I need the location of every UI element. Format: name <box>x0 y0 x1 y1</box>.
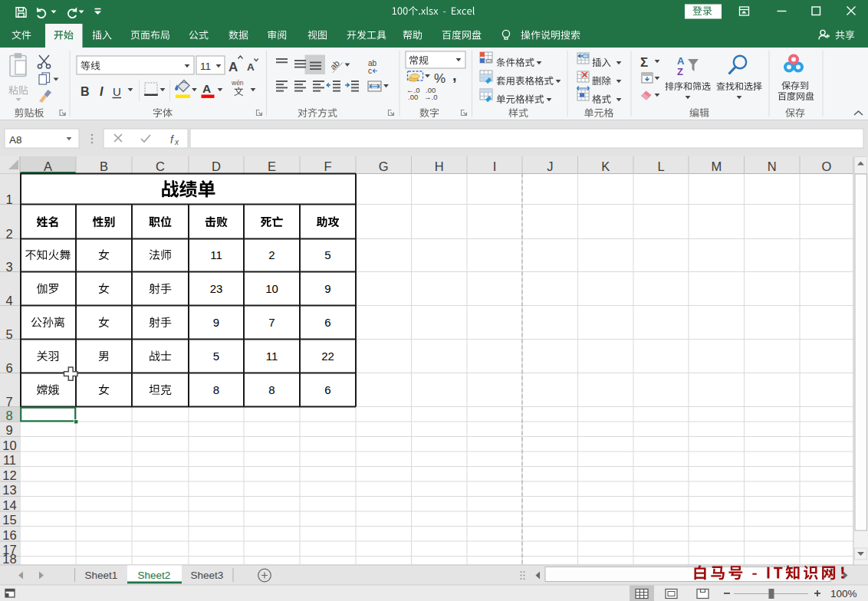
svg-text:9: 9 <box>213 316 219 329</box>
svg-text:5: 5 <box>213 350 219 363</box>
svg-text:A: A <box>44 159 52 173</box>
svg-text:D: D <box>212 159 221 173</box>
svg-text:N: N <box>768 159 777 173</box>
svg-text:A: A <box>677 55 685 67</box>
svg-text:C: C <box>156 159 165 173</box>
svg-text:J: J <box>547 159 553 173</box>
svg-text:12: 12 <box>2 468 16 482</box>
svg-text:23: 23 <box>210 282 223 295</box>
svg-text:3: 3 <box>5 260 12 274</box>
svg-text:F: F <box>324 159 331 173</box>
svg-text:8: 8 <box>268 383 275 396</box>
svg-text:9: 9 <box>5 423 12 437</box>
svg-text:L: L <box>657 159 664 173</box>
svg-text:7: 7 <box>5 395 12 409</box>
svg-text:11: 11 <box>200 61 211 72</box>
svg-text:2: 2 <box>5 227 12 241</box>
svg-text:2: 2 <box>268 248 275 261</box>
svg-text:5: 5 <box>5 327 12 341</box>
svg-text:11: 11 <box>210 248 222 261</box>
svg-text:B: B <box>81 85 90 98</box>
svg-text:4: 4 <box>5 294 12 307</box>
svg-text:14: 14 <box>2 498 16 512</box>
svg-text:Σ: Σ <box>640 55 648 70</box>
svg-text:Sheet3: Sheet3 <box>191 570 224 581</box>
svg-text:11: 11 <box>3 453 16 467</box>
svg-text:U: U <box>113 85 121 98</box>
svg-text:A: A <box>247 61 255 73</box>
svg-text:O: O <box>822 159 832 173</box>
svg-text:7: 7 <box>268 316 275 329</box>
svg-text:22: 22 <box>321 350 334 363</box>
svg-text:18: 18 <box>2 552 16 566</box>
svg-text:%: % <box>434 71 446 86</box>
svg-text:5: 5 <box>324 248 330 261</box>
svg-text:13: 13 <box>2 483 16 497</box>
svg-text:wén: wén <box>231 79 244 87</box>
svg-text:10: 10 <box>265 282 278 295</box>
svg-text:H: H <box>435 159 444 173</box>
svg-text:6: 6 <box>5 361 12 375</box>
svg-text:A: A <box>202 82 211 95</box>
svg-text:6: 6 <box>324 383 330 396</box>
svg-text:A8: A8 <box>9 134 22 146</box>
svg-text:Sheet1: Sheet1 <box>85 570 118 581</box>
svg-text:M: M <box>711 159 722 173</box>
svg-text:x: x <box>174 138 179 146</box>
svg-text:8: 8 <box>213 383 219 396</box>
svg-text:,: , <box>452 67 457 84</box>
svg-text:11: 11 <box>266 350 278 363</box>
svg-text:6: 6 <box>324 316 330 329</box>
svg-text:16: 16 <box>2 528 16 542</box>
svg-text:c: c <box>368 67 372 75</box>
svg-text:.00: .00 <box>408 93 418 101</box>
svg-text:E: E <box>268 159 276 173</box>
svg-text:10: 10 <box>2 438 16 452</box>
svg-text:K: K <box>601 159 610 173</box>
svg-text:100%: 100% <box>830 588 857 599</box>
svg-text:Z: Z <box>677 66 683 77</box>
svg-text:15: 15 <box>2 513 16 527</box>
svg-text:G: G <box>379 159 389 173</box>
svg-text:1: 1 <box>5 192 12 206</box>
svg-text:9: 9 <box>324 282 330 295</box>
svg-text:B: B <box>100 159 108 173</box>
svg-text:I: I <box>493 159 497 173</box>
svg-text:A: A <box>229 60 238 74</box>
svg-text:Sheet2: Sheet2 <box>138 570 171 581</box>
svg-text:→.0: →.0 <box>424 93 437 101</box>
svg-text:I: I <box>100 85 104 98</box>
svg-text:8: 8 <box>5 409 12 422</box>
